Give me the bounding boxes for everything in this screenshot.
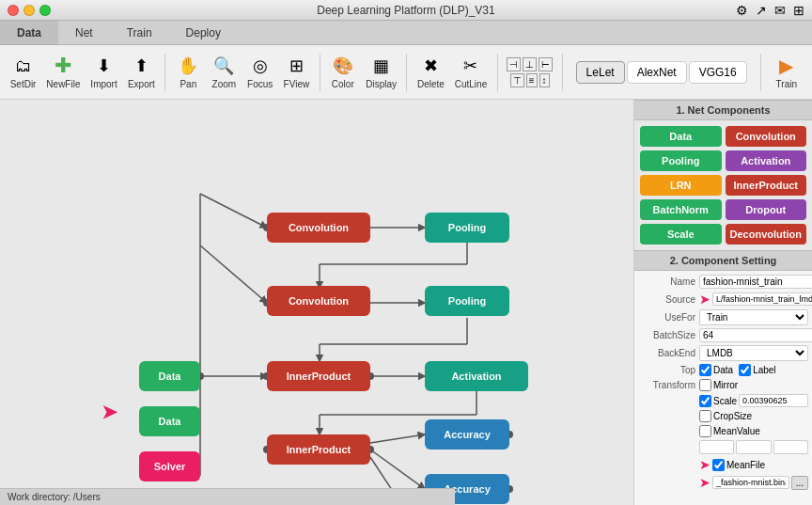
mirror-checkbox-label[interactable]: Mirror [699, 379, 738, 391]
top-label-checkbox[interactable] [739, 364, 751, 376]
color-button[interactable]: 🎨 Color [326, 49, 360, 96]
zoom-button[interactable]: 🔍 Zoom [207, 49, 241, 96]
import-icon: ⬇ [93, 55, 116, 77]
minimize-button[interactable] [23, 5, 35, 16]
cropsize-checkbox[interactable] [699, 410, 711, 422]
batchsize-input[interactable] [699, 328, 812, 342]
cutline-button[interactable]: ✂ CutLine [450, 49, 491, 96]
color-icon: 🎨 [332, 55, 354, 77]
export-button[interactable]: ⬆ Export [123, 49, 159, 96]
newfile-label: NewFile [46, 79, 80, 89]
backend-select[interactable]: LMDB LevelDB [699, 345, 808, 361]
align-center-icon[interactable]: ⊥ [523, 57, 537, 71]
lenet-button[interactable]: LeLet [576, 61, 625, 84]
tab-net[interactable]: Net [58, 21, 110, 44]
fview-icon: ⊞ [285, 55, 307, 77]
comp-lrn-button[interactable]: LRN [640, 175, 722, 196]
usefor-select[interactable]: Train Test Val [699, 309, 808, 325]
valign-bottom-icon[interactable]: ↕ [539, 73, 550, 87]
comp-dropout-button[interactable]: Dropout [726, 199, 807, 220]
top-data-checkbox-label[interactable]: Data [699, 364, 733, 376]
vgg16-button[interactable]: VGG16 [689, 61, 747, 84]
import-button[interactable]: ⬇ Import [86, 49, 122, 96]
top-label-label: Label [753, 365, 775, 375]
sep1 [164, 54, 165, 91]
settings-form: Name Source ➤ ... UseFor Train Test [634, 271, 812, 497]
comp-pooling-button[interactable]: Pooling [640, 150, 722, 171]
comp-batchnorm-button[interactable]: BatchNorm [640, 199, 722, 220]
apps-icon[interactable]: ⊞ [793, 3, 804, 18]
meanfile-source-arrow-icon: ➤ [699, 475, 710, 490]
meanvalue-label: MeanValue [713, 426, 760, 436]
meanfile-arrow-icon: ➤ [699, 457, 710, 472]
main-area: ➤ Convolution Pooling Convolution Poolin… [0, 100, 812, 505]
net-components-header: 1. Net Components [634, 100, 812, 120]
import-label: Import [90, 79, 117, 89]
align-left-icon[interactable]: ⊣ [507, 57, 521, 71]
color-r-input[interactable] [699, 440, 734, 454]
meanfile-checkbox[interactable] [712, 459, 725, 471]
top-data-checkbox[interactable] [699, 364, 711, 376]
maximize-button[interactable] [39, 5, 51, 16]
node-conv1[interactable]: Convolution [267, 213, 370, 243]
color-b-input[interactable] [773, 440, 808, 454]
meanvalue-checkbox[interactable] [699, 425, 711, 437]
node-ip1[interactable]: InnerProduct [267, 361, 370, 391]
source-input[interactable] [712, 292, 812, 306]
focus-button[interactable]: ◎ Focus [242, 49, 277, 96]
settings-icon[interactable]: ⚙ [736, 3, 748, 18]
mirror-checkbox[interactable] [699, 379, 711, 391]
meanfile-browse-button[interactable]: ... [791, 476, 808, 490]
name-label: Name [638, 276, 699, 287]
comp-scale-button[interactable]: Scale [640, 224, 722, 245]
top-label-checkbox-label[interactable]: Label [739, 364, 775, 376]
tab-deploy[interactable]: Deploy [169, 21, 238, 44]
name-input[interactable] [699, 275, 812, 289]
scale-checkbox[interactable] [699, 395, 711, 407]
alexnet-button[interactable]: AlexNet [627, 61, 687, 84]
fview-button[interactable]: ⊞ FView [279, 49, 314, 96]
tab-train[interactable]: Train [110, 21, 169, 44]
display-button[interactable]: ▦ Display [362, 49, 401, 96]
meanfile-source-input[interactable] [712, 476, 789, 489]
valign-top-icon[interactable]: ⊤ [510, 73, 524, 87]
node-data1[interactable]: Data [139, 361, 200, 391]
comp-activation-button[interactable]: Activation [726, 150, 807, 171]
tab-data[interactable]: Data [0, 21, 58, 44]
backend-label: BackEnd [638, 348, 699, 358]
node-solver[interactable]: Solver [139, 451, 200, 481]
cropsize-checkbox-label[interactable]: CropSize [699, 410, 752, 422]
train-button[interactable]: ▶ Train [767, 49, 806, 96]
network-canvas[interactable]: ➤ Convolution Pooling Convolution Poolin… [0, 100, 633, 505]
node-pool1[interactable]: Pooling [425, 213, 509, 243]
meanfile-label: MeanFile [726, 460, 765, 470]
right-panel: 1. Net Components Data Convolution Pooli… [633, 100, 812, 505]
meanvalue-checkbox-label[interactable]: MeanValue [699, 425, 760, 437]
node-activation[interactable]: Activation [425, 361, 528, 391]
valign-middle-icon[interactable]: ≡ [526, 73, 538, 87]
align-buttons[interactable]: ⊣ ⊥ ⊢ ⊤ ≡ ↕ [503, 49, 555, 96]
node-pool2[interactable]: Pooling [425, 286, 509, 316]
comp-data-button[interactable]: Data [640, 126, 722, 147]
envelope-icon[interactable]: ✉ [774, 3, 786, 18]
newfile-button[interactable]: ✚ NewFile [42, 49, 85, 96]
comp-deconvolution-button[interactable]: Deconvolution [726, 224, 807, 245]
meanfile-checkbox-label[interactable]: MeanFile [712, 459, 765, 471]
node-ip2[interactable]: InnerProduct [267, 434, 370, 465]
color-g-input[interactable] [736, 440, 771, 454]
comp-innerproduct-button[interactable]: InnerProduct [726, 175, 807, 196]
align-right-icon[interactable]: ⊢ [539, 57, 553, 71]
node-conv2[interactable]: Convolution [267, 286, 370, 316]
share-icon[interactable]: ↗ [756, 3, 767, 18]
scale-value-input[interactable] [739, 394, 808, 407]
scale-checkbox-label[interactable]: Scale [699, 395, 737, 407]
node-acc1[interactable]: Accuracy [425, 419, 509, 450]
pan-button[interactable]: ✋ Pan [171, 49, 205, 96]
comp-convolution-button[interactable]: Convolution [726, 126, 807, 147]
close-button[interactable] [8, 5, 19, 16]
net-components-section: 1. Net Components Data Convolution Pooli… [634, 100, 812, 250]
delete-button[interactable]: ✖ Delete [413, 49, 448, 96]
setdir-button[interactable]: 🗂 SetDir [6, 49, 40, 96]
window-controls[interactable] [8, 5, 51, 16]
node-data2[interactable]: Data [139, 406, 200, 436]
